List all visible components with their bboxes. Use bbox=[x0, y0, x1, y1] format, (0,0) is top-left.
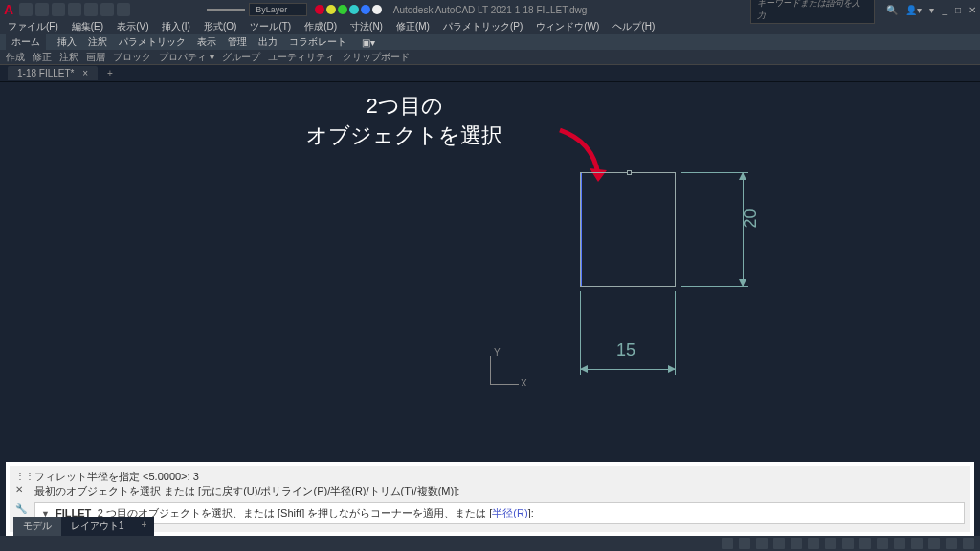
status-annoscale-icon[interactable] bbox=[894, 538, 905, 549]
midpoint-grip[interactable] bbox=[627, 170, 632, 175]
status-grid-icon[interactable] bbox=[739, 538, 750, 549]
cmd-settings-icon[interactable]: 🔧 bbox=[15, 502, 33, 516]
layer-dropdown[interactable]: ByLayer bbox=[249, 3, 307, 16]
status-osnap-icon[interactable] bbox=[808, 538, 819, 549]
panel-properties[interactable]: プロパティ ▾ bbox=[159, 51, 214, 64]
window-controls: 🔍 👤▾ ▾ _ □ ✕ bbox=[886, 5, 976, 15]
panel-block[interactable]: ブロック bbox=[113, 51, 151, 64]
tab-parametric[interactable]: パラメトリック bbox=[119, 35, 186, 49]
qat-saveas-icon[interactable] bbox=[68, 3, 81, 16]
layout-tabs: モデル レイアウト1 + bbox=[13, 517, 154, 536]
menu-view[interactable]: 表示(V) bbox=[117, 20, 148, 33]
status-monitor-icon[interactable] bbox=[928, 538, 940, 549]
help-icon[interactable]: ▾ bbox=[929, 5, 934, 15]
new-tab-button[interactable]: + bbox=[101, 66, 119, 80]
tutorial-annotation: 2つ目の オブジェクトを選択 bbox=[306, 92, 502, 151]
color-cyan[interactable] bbox=[349, 5, 359, 14]
menu-file[interactable]: ファイル(F) bbox=[8, 20, 58, 33]
status-clean-icon[interactable] bbox=[946, 538, 957, 549]
tab-collaborate[interactable]: コラボレート bbox=[289, 35, 346, 49]
color-green[interactable] bbox=[338, 5, 347, 14]
maximize-icon[interactable]: □ bbox=[955, 5, 961, 15]
linetype-preview bbox=[207, 9, 245, 11]
menu-insert[interactable]: 挿入(I) bbox=[162, 20, 189, 33]
panel-layers[interactable]: 画層 bbox=[86, 51, 105, 64]
color-white[interactable] bbox=[372, 5, 382, 14]
panel-clipboard[interactable]: クリップボード bbox=[343, 51, 410, 64]
doc-tab-current[interactable]: 1-18 FILLET* × bbox=[8, 66, 98, 80]
menu-help[interactable]: ヘルプ(H) bbox=[612, 20, 655, 33]
status-bar bbox=[0, 536, 980, 551]
menu-window[interactable]: ウィンドウ(W) bbox=[536, 20, 599, 33]
tab-insert[interactable]: 挿入 bbox=[57, 35, 77, 49]
qat-plot-icon[interactable] bbox=[117, 3, 130, 16]
qat-save-icon[interactable] bbox=[52, 3, 65, 16]
minimize-icon[interactable]: _ bbox=[942, 5, 947, 15]
status-cycling-icon[interactable] bbox=[877, 538, 888, 549]
tab-home[interactable]: ホーム bbox=[6, 34, 46, 50]
menu-tools[interactable]: ツール(T) bbox=[250, 20, 291, 33]
status-otrack-icon[interactable] bbox=[825, 538, 836, 549]
ribbon-panels: 作成 修正 注釈 画層 ブロック プロパティ ▾ グループ ユーティリティ クリ… bbox=[0, 50, 980, 65]
command-input[interactable]: ▼ FILLET 2 つ目のオブジェクトを選択、または [Shift] を押しな… bbox=[34, 502, 965, 524]
status-ortho-icon[interactable] bbox=[773, 538, 785, 549]
menu-parametric[interactable]: パラメトリック(P) bbox=[443, 20, 523, 33]
status-transparency-icon[interactable] bbox=[859, 538, 871, 549]
layout-tab-model[interactable]: モデル bbox=[13, 517, 61, 536]
drawing-canvas[interactable]: 2つ目の オブジェクトを選択 20 15 Y X bbox=[0, 82, 980, 436]
ribbon-expand-icon[interactable]: ▣▾ bbox=[362, 37, 375, 48]
ribbon-tabs: ホーム 挿入 注釈 パラメトリック 表示 管理 出力 コラボレート ▣▾ bbox=[0, 34, 980, 50]
add-layout-button[interactable]: + bbox=[134, 517, 155, 536]
dim-h-value: 15 bbox=[616, 341, 635, 361]
dim-v-value: 20 bbox=[741, 209, 761, 228]
cmd-handle-icon[interactable]: ⋮⋮ bbox=[15, 470, 33, 483]
qat-open-icon[interactable] bbox=[35, 3, 49, 16]
tab-manage[interactable]: 管理 bbox=[228, 35, 247, 49]
rectangle-selected-edge bbox=[581, 173, 582, 286]
color-red[interactable] bbox=[315, 5, 324, 14]
drawing-rectangle[interactable] bbox=[580, 172, 676, 287]
close-icon[interactable]: ✕ bbox=[969, 5, 976, 15]
search-input[interactable]: キーワードまたは語句を入力 bbox=[750, 0, 875, 24]
cmd-history-line2: 最初のオブジェクトを選択 または [元に戻す(U)/ポリライン(P)/半径(R)… bbox=[34, 484, 965, 498]
menu-draw[interactable]: 作成(D) bbox=[304, 20, 337, 33]
panel-groups[interactable]: グループ bbox=[222, 51, 260, 64]
layer-selector[interactable]: ByLayer bbox=[207, 3, 382, 16]
window-title: Autodesk AutoCAD LT 2021 1-18 FILLET.dwg bbox=[393, 5, 588, 15]
status-snap-icon[interactable] bbox=[756, 538, 768, 549]
panel-draw[interactable]: 作成 bbox=[6, 51, 25, 64]
document-tabs: 1-18 FILLET* × + bbox=[0, 65, 980, 82]
cmd-close-icon[interactable]: ✕ bbox=[15, 483, 33, 496]
qat-new-icon[interactable] bbox=[19, 3, 33, 16]
tab-output[interactable]: 出力 bbox=[258, 35, 278, 49]
signin-icon[interactable]: 👤▾ bbox=[905, 5, 922, 15]
status-polar-icon[interactable] bbox=[791, 538, 802, 549]
menu-dimension[interactable]: 寸法(N) bbox=[350, 20, 383, 33]
panel-annotation[interactable]: 注釈 bbox=[59, 51, 78, 64]
color-yellow[interactable] bbox=[326, 5, 336, 14]
quick-access-toolbar bbox=[19, 3, 130, 16]
status-model-icon[interactable] bbox=[722, 538, 733, 549]
menu-edit[interactable]: 編集(E) bbox=[72, 20, 103, 33]
menu-format[interactable]: 形式(O) bbox=[204, 20, 236, 33]
panel-utilities[interactable]: ユーティリティ bbox=[268, 51, 335, 64]
qat-redo-icon[interactable] bbox=[100, 3, 114, 16]
tab-view[interactable]: 表示 bbox=[197, 35, 216, 49]
tab-annotate[interactable]: 注釈 bbox=[88, 35, 107, 49]
panel-modify[interactable]: 修正 bbox=[33, 51, 52, 64]
menu-modify[interactable]: 修正(M) bbox=[396, 20, 430, 33]
tab-close-icon[interactable]: × bbox=[82, 68, 88, 78]
command-history: フィレット半径を指定 <5.0000>: 3 最初のオブジェクトを選択 または … bbox=[34, 470, 965, 498]
color-blue[interactable] bbox=[361, 5, 370, 14]
status-workspace-icon[interactable] bbox=[911, 538, 923, 549]
search-icon[interactable]: 🔍 bbox=[886, 5, 898, 15]
status-lwt-icon[interactable] bbox=[842, 538, 854, 549]
cmd-history-line1: フィレット半径を指定 <5.0000>: 3 bbox=[34, 470, 965, 484]
app-logo: A bbox=[4, 2, 13, 17]
color-palette bbox=[315, 5, 382, 14]
status-customize-icon[interactable] bbox=[963, 538, 974, 549]
layout-tab-layout1[interactable]: レイアウト1 bbox=[61, 517, 134, 536]
qat-undo-icon[interactable] bbox=[84, 3, 98, 16]
